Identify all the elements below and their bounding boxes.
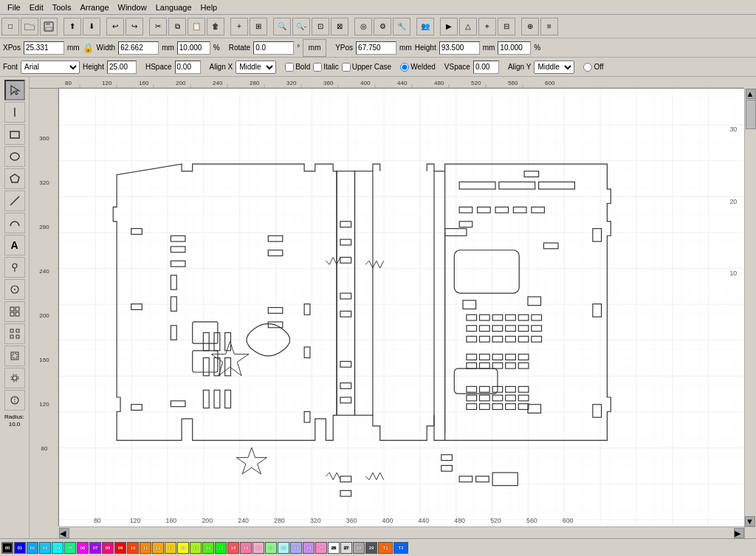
- polygon-tool[interactable]: [4, 168, 25, 189]
- palette-color-23[interactable]: 23: [290, 542, 302, 554]
- drawing-canvas[interactable]: 30 20 10: [59, 89, 744, 526]
- palette-color-00[interactable]: 00: [1, 542, 13, 554]
- palette-color-28[interactable]: 28: [353, 542, 365, 554]
- height-size-input[interactable]: [439, 41, 480, 55]
- palette-color-06[interactable]: 06: [77, 542, 89, 554]
- unit-button[interactable]: mm: [303, 39, 326, 57]
- vspace-input[interactable]: [473, 61, 499, 74]
- palette-color-11[interactable]: 11: [140, 542, 151, 554]
- upper-checkbox[interactable]: [342, 63, 351, 72]
- palette-color-08[interactable]: 08: [102, 542, 114, 554]
- bezier-tool[interactable]: [4, 213, 25, 233]
- xpos-input[interactable]: [24, 41, 64, 55]
- ellipse-tool[interactable]: [4, 146, 25, 167]
- palette-color-02[interactable]: 02: [27, 542, 38, 554]
- rect-tool[interactable]: [4, 124, 25, 145]
- palette-color-25[interactable]: 25: [315, 542, 327, 554]
- delete-button[interactable]: 🗑: [207, 18, 224, 35]
- palette-color-20[interactable]: 20: [252, 542, 264, 554]
- zoom-sel-button[interactable]: ⊠: [331, 18, 348, 35]
- palette-color-22[interactable]: 22: [278, 542, 289, 554]
- bold-checkbox[interactable]: [285, 63, 294, 72]
- font-height-input[interactable]: [107, 61, 137, 74]
- menu-edit[interactable]: Edit: [25, 3, 48, 12]
- welded-radio[interactable]: [400, 63, 409, 72]
- width-pct-input[interactable]: [177, 41, 210, 55]
- booleans-button[interactable]: ⊕: [521, 18, 539, 35]
- new-button[interactable]: □: [1, 18, 19, 35]
- settings-button[interactable]: ⚙: [374, 18, 391, 35]
- ungroup-button[interactable]: ⊞: [250, 18, 267, 35]
- off-radio[interactable]: [583, 63, 592, 72]
- palette-color-01[interactable]: 01: [14, 542, 26, 554]
- italic-checkbox[interactable]: [313, 63, 322, 72]
- zoom-in-button[interactable]: 🔍: [273, 18, 291, 35]
- select-tool[interactable]: [4, 80, 25, 100]
- canvas-area[interactable]: 80 120 160 200 240 280 320 360 400 440 4…: [30, 77, 756, 538]
- offset-tool[interactable]: [4, 346, 25, 366]
- palette-color-t1[interactable]: T1: [378, 542, 393, 554]
- gear-tool[interactable]: [4, 368, 25, 388]
- text-tool[interactable]: A: [4, 235, 25, 255]
- palette-color-27[interactable]: 27: [340, 542, 352, 554]
- zoom-out-button[interactable]: 🔍-: [292, 18, 310, 35]
- lock-icon[interactable]: 🔒: [83, 43, 94, 53]
- menu-file[interactable]: File: [3, 3, 25, 12]
- palette-color-t2[interactable]: T2: [394, 542, 408, 554]
- import-button[interactable]: ⬆: [63, 18, 81, 35]
- hspace-input[interactable]: [175, 61, 201, 74]
- open-button[interactable]: [21, 18, 38, 35]
- palette-color-09[interactable]: 09: [114, 542, 126, 554]
- palette-color-21[interactable]: 21: [265, 542, 277, 554]
- measure-tool[interactable]: [4, 279, 25, 300]
- height-pct-input[interactable]: [498, 41, 531, 55]
- palette-color-29[interactable]: 29: [365, 542, 377, 554]
- play-button[interactable]: ▶: [440, 18, 458, 35]
- vertical-scrollbar[interactable]: ▲ ▼: [744, 89, 756, 526]
- shapes-button[interactable]: △: [459, 18, 477, 35]
- align-y-select[interactable]: Middle: [534, 61, 574, 74]
- redo-button[interactable]: ↪: [126, 18, 143, 35]
- palette-color-15[interactable]: 15: [190, 542, 202, 554]
- palette-color-03[interactable]: 03: [39, 542, 51, 554]
- menu-language[interactable]: Language: [151, 3, 196, 12]
- zoom-fit-button[interactable]: ⊡: [312, 18, 329, 35]
- group-button[interactable]: +: [230, 18, 248, 35]
- rotate-input[interactable]: [253, 41, 294, 55]
- save-button[interactable]: [40, 18, 58, 35]
- palette-color-18[interactable]: 18: [227, 542, 239, 554]
- tools-button[interactable]: 🔧: [393, 18, 410, 35]
- menu-arrange[interactable]: Arrange: [75, 3, 113, 12]
- circlecut-tool[interactable]: [4, 390, 25, 411]
- more-button[interactable]: ≡: [540, 18, 558, 35]
- export-button[interactable]: ⬇: [83, 18, 100, 35]
- node-button[interactable]: ⌖: [478, 18, 496, 35]
- copy-button[interactable]: ⧉: [168, 18, 186, 35]
- array-tool[interactable]: [4, 323, 25, 344]
- palette-color-14[interactable]: 14: [177, 542, 189, 554]
- menu-tools[interactable]: Tools: [48, 3, 76, 12]
- cut-button[interactable]: ✂: [149, 18, 167, 35]
- palette-color-13[interactable]: 13: [165, 542, 176, 554]
- svg-canvas[interactable]: 30 20 10: [59, 89, 744, 526]
- pin-tool[interactable]: [4, 257, 25, 278]
- align-button[interactable]: ⊟: [498, 18, 515, 35]
- laser-button[interactable]: ◎: [354, 18, 372, 35]
- palette-color-04[interactable]: 04: [52, 542, 63, 554]
- users-button[interactable]: 👥: [416, 18, 434, 35]
- ypos-input[interactable]: [356, 41, 396, 55]
- width-input[interactable]: [118, 41, 159, 55]
- align-x-select[interactable]: Middle: [236, 61, 276, 74]
- undo-button[interactable]: ↩: [106, 18, 124, 35]
- palette-color-07[interactable]: 07: [89, 542, 101, 554]
- menu-help[interactable]: Help: [196, 3, 222, 12]
- palette-color-16[interactable]: 16: [202, 542, 214, 554]
- palette-color-10[interactable]: 10: [127, 542, 139, 554]
- palette-color-19[interactable]: 19: [240, 542, 252, 554]
- menu-window[interactable]: Window: [114, 3, 151, 12]
- palette-color-05[interactable]: 05: [64, 542, 76, 554]
- line-tool[interactable]: [4, 191, 25, 211]
- transform-tool[interactable]: [4, 301, 25, 322]
- font-select[interactable]: Arial: [21, 61, 80, 74]
- palette-color-17[interactable]: 17: [215, 542, 227, 554]
